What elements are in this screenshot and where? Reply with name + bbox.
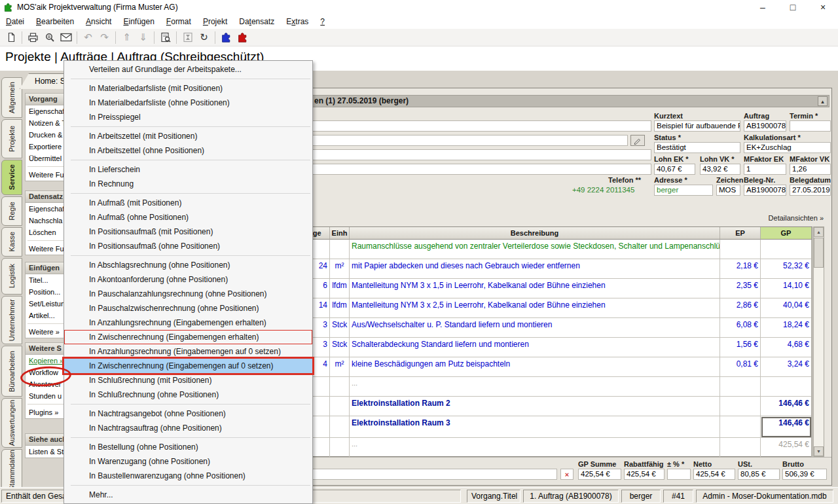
gp-cell-selected[interactable]: 146,46 € bbox=[761, 416, 812, 438]
zeichen-field[interactable]: MOS bbox=[716, 185, 740, 196]
menu-projekt[interactable]: Projekt bbox=[197, 15, 233, 28]
menu-item[interactable]: In Bestellung (ohne Positionen) bbox=[64, 440, 312, 454]
move-down-icon[interactable]: ⇓ bbox=[135, 30, 151, 45]
menu-item[interactable]: In Rechnung bbox=[64, 177, 312, 191]
beschreibung-cell[interactable]: Elektroinstallation Raum 3 bbox=[350, 416, 720, 438]
ep-cell[interactable]: 0,81 € bbox=[720, 357, 761, 377]
module-tab-projekte[interactable]: Projekte bbox=[1, 119, 22, 158]
beschreibung-cell[interactable]: ... bbox=[350, 438, 720, 458]
minimize-button[interactable]: – bbox=[748, 0, 778, 14]
gp-cell[interactable]: 425,54 € bbox=[761, 438, 812, 458]
scroll-down-icon[interactable]: ▼ bbox=[814, 446, 824, 456]
kalkulationsart-field[interactable]: EK+Zuschlag bbox=[744, 142, 831, 153]
menu-extras[interactable]: Extras bbox=[280, 15, 314, 28]
table-scrollbar[interactable]: ▲ ▼ bbox=[813, 226, 824, 457]
ep-cell[interactable]: 2,18 € bbox=[720, 259, 761, 279]
gp-cell[interactable]: 4,68 € bbox=[761, 338, 812, 357]
mfaktor-ek-field[interactable]: 1 bbox=[744, 164, 786, 175]
einh-cell[interactable]: m² bbox=[330, 259, 350, 279]
beschreibung-cell[interactable]: Mantelleitung NYM 3 x 2,5 in Leerrohr, K… bbox=[350, 298, 720, 318]
termin-field[interactable] bbox=[790, 120, 831, 132]
menu-item[interactable]: In Anzahlungsrechnung (Eingabemengen erh… bbox=[64, 315, 312, 330]
print-icon[interactable] bbox=[25, 30, 41, 45]
ep-cell[interactable] bbox=[720, 377, 761, 397]
module-tab-unternehmer[interactable]: Unternehmer bbox=[1, 296, 22, 344]
einh-cell[interactable] bbox=[330, 377, 350, 397]
menu-item[interactable]: In Baustellenwarenzugang (ohne Positione… bbox=[64, 469, 312, 483]
menu-item[interactable]: In Positionsaufmaß (mit Positionen) bbox=[64, 225, 312, 239]
column-header-gp[interactable]: GP bbox=[761, 227, 812, 240]
module-tab-logistik[interactable]: Logistik bbox=[1, 258, 22, 295]
menu-item[interactable]: In Aufmaß (mit Positionen) bbox=[64, 196, 312, 210]
menu-format[interactable]: Format bbox=[160, 15, 197, 28]
ep-cell[interactable]: 2,86 € bbox=[720, 298, 761, 318]
maximize-button[interactable]: □ bbox=[778, 0, 808, 14]
print-preview-icon[interactable] bbox=[41, 30, 58, 45]
menu-item[interactable]: In Schlußrechnung (mit Positionen) bbox=[64, 373, 312, 387]
adresse-field[interactable]: berger bbox=[654, 185, 713, 196]
ep-cell[interactable]: 6,08 € bbox=[720, 318, 761, 338]
module-tab-regie[interactable]: Regie bbox=[1, 196, 22, 226]
menu-item[interactable]: In Pauschalanzahlungsrechnung (ohne Posi… bbox=[64, 287, 312, 301]
brutto-field[interactable]: 506,39 € bbox=[782, 469, 827, 480]
menu-item-mehr[interactable]: Mehr... bbox=[64, 488, 312, 502]
report-preview-icon[interactable] bbox=[157, 30, 173, 45]
netto-field[interactable]: 425,54 € bbox=[693, 469, 735, 480]
menu-item-zwischenrechnung-erhalten[interactable]: In Zwischenrechnung (Eingabemengen erhal… bbox=[64, 330, 312, 344]
gp-cell[interactable]: 14,10 € bbox=[761, 279, 812, 298]
lohn-ek-field[interactable]: 40,67 € bbox=[654, 164, 695, 175]
detailansichten-link[interactable]: Detailansichten » bbox=[735, 214, 824, 222]
kurztext-field[interactable]: Beispiel für aufbauende Re bbox=[654, 120, 740, 132]
menu-item[interactable]: In Lieferschein bbox=[64, 162, 312, 177]
einh-cell[interactable]: m² bbox=[330, 357, 350, 377]
ep-cell[interactable]: 1,56 € bbox=[720, 338, 761, 357]
mfaktor-vk-field[interactable]: 1,26 bbox=[790, 164, 831, 175]
scroll-up-icon[interactable]: ▲ bbox=[814, 227, 824, 237]
beschreibung-cell[interactable]: kleine Beschädigungen am Putz beispachte… bbox=[350, 357, 720, 377]
gp-cell[interactable] bbox=[761, 377, 812, 397]
menu-einfuegen[interactable]: Einfügen bbox=[117, 15, 160, 28]
beschreibung-cell[interactable]: mit Papier abdecken und dieses nach Gebr… bbox=[350, 259, 720, 279]
einh-cell[interactable]: Stck bbox=[330, 318, 350, 338]
close-button[interactable]: × bbox=[808, 0, 838, 14]
gp-cell[interactable]: 52,32 € bbox=[761, 259, 812, 279]
edit-text-icon[interactable] bbox=[630, 135, 645, 146]
column-header-einh[interactable]: Einh bbox=[330, 227, 350, 240]
redo-icon[interactable]: ↷ bbox=[96, 30, 113, 45]
ep-cell[interactable]: 2,35 € bbox=[720, 279, 761, 298]
einh-cell[interactable]: lfdm bbox=[330, 298, 350, 318]
status-field[interactable]: Bestätigt bbox=[654, 142, 740, 153]
beschreibung-cell[interactable]: Mantelleitung NYM 3 x 1,5 in Leerrohr, K… bbox=[350, 279, 720, 298]
ep-cell[interactable] bbox=[720, 397, 761, 416]
menu-help[interactable]: ? bbox=[314, 15, 331, 28]
einh-cell[interactable]: Stck bbox=[330, 338, 350, 357]
module-tab-stammdaten[interactable]: Stammdaten bbox=[1, 449, 22, 491]
menu-bearbeiten[interactable]: Bearbeiten bbox=[30, 15, 80, 28]
move-up-icon[interactable]: ⇑ bbox=[118, 30, 135, 45]
undo-icon[interactable]: ↶ bbox=[80, 30, 96, 45]
menu-item[interactable]: In Materialbedarfsliste (ohne Positionen… bbox=[64, 96, 312, 110]
menu-item[interactable]: In Positionsaufmaß (ohne Positionen) bbox=[64, 239, 312, 253]
module-tab-allgemein[interactable]: Allgemein bbox=[1, 77, 22, 118]
menu-item[interactable]: In Nachtragsauftrag (ohne Positionen) bbox=[64, 421, 312, 435]
beschreibung-cell[interactable]: ... bbox=[350, 377, 720, 397]
beschreibung-cell[interactable]: Elektroinstallation Raum 2 bbox=[350, 397, 720, 416]
gp-cell[interactable]: 3,24 € bbox=[761, 357, 812, 377]
plugin-blue-icon[interactable] bbox=[218, 30, 234, 45]
menu-datei[interactable]: Datei bbox=[0, 15, 30, 28]
module-tab-auswertungen[interactable]: Auswertungen bbox=[1, 398, 22, 448]
menu-datensatz[interactable]: Datensatz bbox=[233, 15, 280, 28]
ep-cell[interactable] bbox=[720, 438, 761, 458]
beschreibung-cell[interactable]: Schalterabdeckung Standard liefern und m… bbox=[350, 338, 720, 357]
menu-item[interactable]: In Schlußrechnung (ohne Positionen) bbox=[64, 387, 312, 402]
einh-cell[interactable] bbox=[330, 240, 350, 259]
lohn-vk-field[interactable]: 43,92 € bbox=[700, 164, 740, 175]
scrollbar-thumb[interactable] bbox=[814, 238, 824, 268]
rabattfaehig-field[interactable]: 425,54 € bbox=[624, 469, 665, 480]
gp-cell[interactable]: 40,04 € bbox=[761, 298, 812, 318]
column-header-ep[interactable]: EP bbox=[720, 227, 761, 240]
beschreibung-cell[interactable]: Raumanschlüsse ausgehend von zentraler V… bbox=[350, 240, 720, 259]
einh-cell[interactable] bbox=[330, 397, 350, 416]
menu-item[interactable]: In Anzahlungsrechnung (Eingabemengen auf… bbox=[64, 344, 312, 359]
menu-item[interactable]: In Warenzugang (ohne Positionen) bbox=[64, 454, 312, 469]
